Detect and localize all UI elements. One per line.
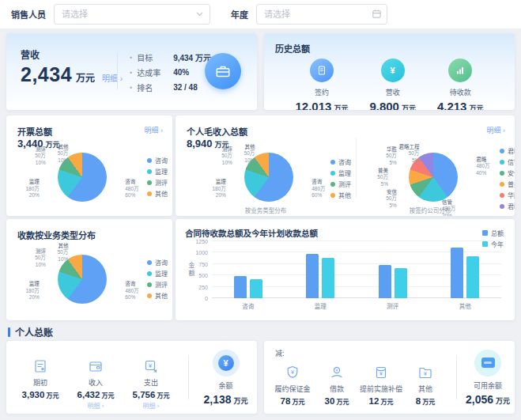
collection-pie-chart: 咨询480万60%监理180万20%测评50万10%其他50万10% xyxy=(17,243,141,320)
history-item-unit: 万元 xyxy=(334,103,348,110)
legend-item: 安信 xyxy=(500,168,515,177)
gross-income-card: 个人毛收入总额 8,940万元 明细 › 咨询480万60%监理180万20%测… xyxy=(176,115,515,216)
pie-slice-label: 普美50万5% xyxy=(377,168,388,187)
legend-swatch xyxy=(147,282,152,287)
y-axis-label: 金额 xyxy=(187,262,195,278)
section-accent-bar xyxy=(8,327,10,337)
ledger-item-income: 收入 6,432万元 明细 › xyxy=(68,354,123,414)
ledger-item-expense: ¥ 支出 5,756万元 明细 › xyxy=(123,354,179,414)
bar-chart-plot: 025050075010001250咨询监理测评其他 xyxy=(212,241,501,298)
legend-swatch xyxy=(147,158,152,163)
pie-slice-label: 咨询480万60% xyxy=(311,179,325,199)
deduct-item-loan: ¥ 借款 30万元 xyxy=(315,357,359,414)
sales-person-input[interactable] xyxy=(54,4,210,25)
revenue-detail-link[interactable]: 明细 › xyxy=(102,72,123,84)
deduct-item-unit: 万元 xyxy=(336,397,349,406)
legend-item: 信管 xyxy=(500,157,515,166)
deduct-item-compensation: ¥ 提前实施补偿 12万元 xyxy=(359,357,403,414)
legend-item: 监理 xyxy=(147,269,168,278)
bar xyxy=(466,256,479,298)
ledger-item-detail-link[interactable]: 明细 › xyxy=(143,401,160,409)
invoice-pie-chart: 咨询480万60%监理180万20%测评50万10%其他50万10% xyxy=(17,144,141,216)
divider xyxy=(117,53,118,89)
legend-swatch xyxy=(330,171,335,176)
income-icon xyxy=(88,358,104,374)
pie-slice-label: 监理180万20% xyxy=(25,281,39,301)
deduct-item-unit: 万元 xyxy=(292,397,304,406)
deduct-item-value: 12 xyxy=(369,396,379,406)
gross-income-detail-link[interactable]: 明细 › xyxy=(487,125,506,135)
legend-swatch xyxy=(147,180,152,185)
bullet: • xyxy=(130,69,132,77)
legend-swatch xyxy=(147,293,152,298)
legend-swatch xyxy=(500,193,504,198)
history-item-unit: 万元 xyxy=(469,103,483,110)
year-input[interactable] xyxy=(256,4,387,25)
history-item-value: 12,013 xyxy=(295,100,331,110)
legend-item: 华胜 xyxy=(500,191,515,199)
y-axis-tick: 250 xyxy=(198,285,208,290)
bar-group xyxy=(285,241,357,298)
legend-swatch xyxy=(147,260,152,265)
revenue-card: 营收 2,434 万元 明细 › • 目标 9,434 万元 • 达成率 40%… xyxy=(6,33,257,110)
history-item-label: 待收款 xyxy=(450,87,471,97)
bar-group xyxy=(212,241,285,298)
pie-slice-label: 其他50万10% xyxy=(244,144,255,164)
legend-swatch xyxy=(330,182,335,187)
legend-item: 普美 xyxy=(500,180,515,188)
bar-group xyxy=(429,241,502,298)
legend-item: 君略工程 xyxy=(500,202,515,210)
x-axis-label: 监理 xyxy=(285,301,357,310)
business-type-pie-caption: 按业务类型分布 xyxy=(204,206,327,214)
legend-item: 咨询 xyxy=(147,156,168,165)
contract-icon xyxy=(310,59,334,82)
balance-label: 余额 xyxy=(218,380,232,391)
chart-bars-icon xyxy=(448,59,472,82)
business-type-pie-legend: 咨询监理测评其他 xyxy=(330,155,351,202)
legend-item: 监理 xyxy=(330,168,351,177)
pie-slice-label: 其他50万10% xyxy=(58,243,69,263)
svg-text:¥: ¥ xyxy=(424,371,427,376)
pie-slice-label: 测评50万10% xyxy=(221,146,232,166)
invoice-title: 开票总额 xyxy=(17,125,52,138)
expense-icon: ¥ xyxy=(143,358,159,374)
deduct-item-unit: 万元 xyxy=(380,397,393,406)
dashboard: 销售人员 年度 营收 2,434 万元 明细 › • 目标 9,434 万元 • xyxy=(0,0,521,420)
collection-by-type-card: 收款按业务类型分布 咨询480万60%监理180万20%测评50万10%其他50… xyxy=(6,219,172,320)
svg-text:¥: ¥ xyxy=(148,362,153,369)
invoice-detail-link[interactable]: 明细 › xyxy=(145,125,164,135)
legend-item: 总额 xyxy=(482,229,504,237)
legend-item: 测评 xyxy=(147,178,168,187)
ledger-item-unit: 万元 xyxy=(46,391,59,399)
history-item-unit: 万元 xyxy=(402,103,416,110)
sales-person-label: 销售人员 xyxy=(11,8,46,21)
stat-label: 达成率 xyxy=(137,66,173,78)
balance-unit: 万元 xyxy=(234,395,248,406)
deduct-item-value: 8 xyxy=(416,396,421,406)
ledger-item-unit: 万元 xyxy=(101,391,114,399)
pie-slice-label: 君略480万40% xyxy=(476,157,489,176)
x-axis-label: 其他 xyxy=(429,301,502,310)
filter-toolbar: 销售人员 年度 xyxy=(0,0,521,28)
deduct-item-value: 78 xyxy=(281,396,291,406)
year-picker[interactable] xyxy=(256,4,387,25)
collection-pie-legend: 咨询监理测评其他 xyxy=(147,255,168,302)
x-axis-label: 测评 xyxy=(357,301,429,310)
revenue-stats: • 目标 9,434 万元 • 达成率 40% • 排名 32 / 48 xyxy=(130,51,211,96)
ledger-item-detail-link[interactable]: 明细 › xyxy=(88,401,104,409)
pie-slice-label: 测评50万10% xyxy=(35,146,46,166)
pie-slice-label: 监理180万20% xyxy=(25,179,39,199)
receivable-bar-card: 合同待收款总额及今年计划收款总额 总额今年 金额 025050075010001… xyxy=(176,219,515,320)
invoice-total-card: 开票总额 3,440万元 明细 › 咨询480万60%监理180万20%测评50… xyxy=(6,115,172,216)
bar xyxy=(395,268,407,298)
history-item-label: 营收 xyxy=(386,87,400,97)
pie-slice-label: 其他50万10% xyxy=(58,144,69,164)
revenue-unit: 万元 xyxy=(76,70,95,84)
stat-label: 目标 xyxy=(137,51,173,63)
ledger-item-label: 期初 xyxy=(33,377,47,388)
chevron-down-icon xyxy=(194,9,205,19)
sales-person-select[interactable] xyxy=(54,4,210,25)
deductions-card: 减: ¥ 履约保证金 78万元 ¥ 借款 30万元 ¥ 提前实施补偿 xyxy=(264,341,515,414)
legend-swatch xyxy=(500,182,504,187)
y-axis-tick: 750 xyxy=(198,262,208,267)
